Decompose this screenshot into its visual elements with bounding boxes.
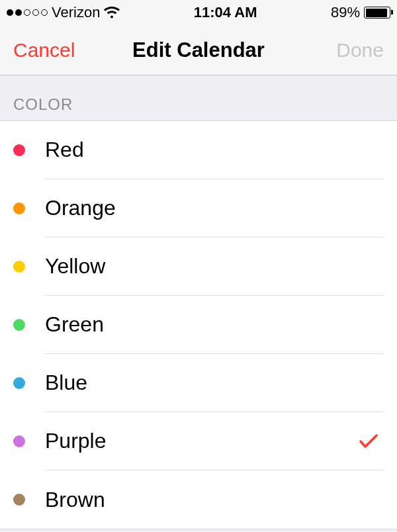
color-swatch-icon bbox=[13, 377, 25, 389]
color-label: Green bbox=[45, 312, 384, 337]
color-row-yellow[interactable]: Yellow bbox=[0, 238, 397, 296]
battery-icon bbox=[364, 7, 390, 19]
color-row-green[interactable]: Green bbox=[0, 296, 397, 354]
battery-percent: 89% bbox=[331, 4, 360, 21]
color-swatch-icon bbox=[13, 202, 25, 214]
color-row-brown[interactable]: Brown bbox=[0, 470, 397, 529]
color-label: Brown bbox=[45, 488, 384, 512]
status-left: Verizon bbox=[7, 4, 120, 21]
color-swatch-icon bbox=[13, 261, 25, 273]
color-label: Orange bbox=[45, 196, 384, 220]
color-label: Red bbox=[45, 138, 384, 162]
clock: 11:04 AM bbox=[194, 4, 257, 21]
color-label: Blue bbox=[45, 371, 384, 395]
cancel-button[interactable]: Cancel bbox=[13, 39, 93, 62]
color-label: Purple bbox=[45, 429, 359, 453]
page-title: Edit Calendar bbox=[132, 38, 265, 62]
signal-strength-icon bbox=[7, 9, 48, 16]
carrier-label: Verizon bbox=[52, 4, 100, 21]
color-row-purple[interactable]: Purple bbox=[0, 412, 397, 470]
color-swatch-icon bbox=[13, 435, 25, 447]
color-row-blue[interactable]: Blue bbox=[0, 354, 397, 412]
color-row-orange[interactable]: Orange bbox=[0, 179, 397, 238]
color-swatch-icon bbox=[13, 494, 25, 506]
color-list: RedOrangeYellowGreenBluePurpleBrown bbox=[0, 120, 397, 529]
wifi-icon bbox=[104, 6, 120, 19]
navigation-bar: Cancel Edit Calendar Done bbox=[0, 25, 397, 75]
section-header-color: COLOR bbox=[0, 75, 397, 120]
color-swatch-icon bbox=[13, 319, 25, 331]
color-row-red[interactable]: Red bbox=[0, 121, 397, 179]
status-right: 89% bbox=[331, 4, 390, 21]
color-swatch-icon bbox=[13, 144, 25, 156]
color-label: Yellow bbox=[45, 254, 384, 279]
status-bar: Verizon 11:04 AM 89% bbox=[0, 0, 397, 25]
checkmark-icon bbox=[359, 433, 378, 449]
done-button[interactable]: Done bbox=[304, 39, 384, 62]
